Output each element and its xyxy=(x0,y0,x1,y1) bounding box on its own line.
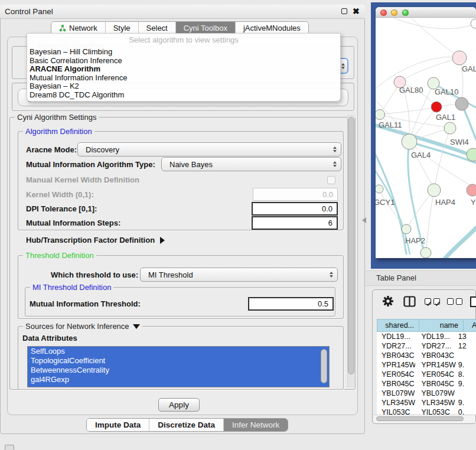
algorithm-option[interactable]: Bayesian – K2 xyxy=(27,82,340,91)
tab-style[interactable]: Style xyxy=(106,22,139,34)
table-cell: YBR043C xyxy=(415,351,455,360)
which-threshold-combo[interactable]: MI Threshold xyxy=(140,268,338,282)
network-edge[interactable] xyxy=(409,142,476,189)
table-row[interactable]: YLR345WYLR345W9. xyxy=(377,398,476,407)
network-node[interactable] xyxy=(428,184,441,197)
network-node[interactable] xyxy=(376,185,383,193)
new-table-icon[interactable] xyxy=(470,296,476,310)
list-scrollbar-thumb[interactable] xyxy=(321,349,327,383)
table-cell: YIL053C xyxy=(377,407,415,415)
table-hscrollbar[interactable] xyxy=(374,415,475,423)
close-window-icon[interactable] xyxy=(380,9,387,16)
aracne-mode-value: Discovery xyxy=(86,145,119,154)
table-row[interactable]: YIL053CYIL053C0. xyxy=(377,407,476,415)
network-node[interactable] xyxy=(467,184,476,196)
network-canvas[interactable]: GALGAL80GAL10GAL1GAL11GAL4SWI4GCY1HAP4YH… xyxy=(376,18,476,258)
data-attributes-list[interactable]: SelfLoopsTopologicalCoefficientBetweenne… xyxy=(27,346,330,387)
network-node[interactable] xyxy=(444,122,456,134)
network-edge[interactable] xyxy=(445,228,476,258)
control-panel-titlebar xyxy=(0,5,365,19)
tab-label: Select xyxy=(146,22,168,34)
table-cell: YDL19... xyxy=(415,332,455,341)
dpi-tolerance-field[interactable]: 0.0 xyxy=(252,202,338,216)
data-attribute-item[interactable]: TopologicalCoefficient xyxy=(28,356,329,366)
table-row[interactable]: YBR043CYBR043C xyxy=(377,351,476,360)
settings-scrollbar-thumb[interactable] xyxy=(348,117,354,374)
network-node-label: HAP2 xyxy=(405,236,425,245)
close-icon[interactable]: ✖ xyxy=(353,6,360,16)
algorithm-option[interactable]: Dream8 DC_TDC Algorithm xyxy=(27,91,340,100)
select-all-columns-icon[interactable] xyxy=(425,298,440,305)
panel-splitter-grip[interactable] xyxy=(362,217,366,223)
table-cell: YDR27... xyxy=(415,341,455,351)
hub-definition-label: Hub/Transcription Factor Definition xyxy=(26,236,155,244)
table-cell: YBL079W xyxy=(377,389,415,398)
data-attributes-label: Data Attributes xyxy=(22,334,77,343)
mi-type-combo[interactable]: Naive Bayes xyxy=(161,157,341,171)
network-edge[interactable] xyxy=(434,128,450,190)
algorithm-option[interactable]: Mutual Information Inference xyxy=(27,74,340,83)
algorithm-option[interactable]: Basic Correlation Inference xyxy=(27,57,340,66)
tab-jactivemnodules[interactable]: jActiveMNodules xyxy=(236,22,308,34)
mi-steps-label: Mutual Information Steps: xyxy=(26,219,120,227)
data-attribute-item[interactable]: BetweennessCentrality xyxy=(28,366,329,375)
gear-icon[interactable] xyxy=(382,295,394,309)
network-node-label: HAP4 xyxy=(435,198,455,207)
aracne-mode-combo[interactable]: Discovery xyxy=(77,142,341,156)
tab-select[interactable]: Select xyxy=(139,22,176,34)
bottom-corner-button[interactable] xyxy=(5,445,14,450)
network-node[interactable] xyxy=(452,51,467,65)
sources-group-title[interactable]: Sources for Network Inference xyxy=(23,322,142,331)
table-row[interactable]: YPR145WYPR145W9. xyxy=(377,360,476,370)
network-node-label: GAL1 xyxy=(436,113,455,122)
table-row[interactable]: YBR045CYBR045C9. xyxy=(377,379,476,389)
table-cell: YIL053C xyxy=(415,407,455,415)
dpi-tolerance-label: DPI Tolerance [0,1]: xyxy=(26,204,97,213)
tab-network[interactable]: Network xyxy=(51,22,106,34)
table-row[interactable]: YDR27...YDR27...12 xyxy=(377,341,476,351)
network-node[interactable] xyxy=(402,224,411,234)
column-header[interactable]: shared... xyxy=(377,319,419,332)
tab-impute-data[interactable]: Impute Data xyxy=(87,419,149,431)
table-row[interactable]: YDL19...YDL19...13 xyxy=(377,332,476,341)
float-panel-icon[interactable] xyxy=(341,8,347,14)
table-row[interactable]: YBL079WYBL079W xyxy=(377,389,476,398)
manual-kernel-checkbox[interactable] xyxy=(327,176,335,184)
network-edge[interactable] xyxy=(426,190,434,253)
apply-button[interactable]: Apply xyxy=(158,398,200,412)
network-node[interactable] xyxy=(402,134,417,149)
mi-threshold-field[interactable]: 0.5 xyxy=(248,297,334,311)
deselect-all-columns-icon[interactable] xyxy=(447,298,462,305)
kernel-width-field[interactable]: 0.0 xyxy=(253,188,338,201)
network-node[interactable] xyxy=(471,19,476,28)
table-cell: YDL19... xyxy=(377,332,415,341)
table-panel-title: Table Panel xyxy=(376,273,416,282)
table-cell: YBR045C xyxy=(377,379,415,389)
network-icon xyxy=(59,24,66,32)
algorithm-option[interactable]: Bayesian – Hill Climbing xyxy=(27,48,340,57)
table-row[interactable]: YER054CYER054C8. xyxy=(377,370,476,379)
algorithm-option[interactable]: ARACNE Algorithm xyxy=(27,65,340,74)
mi-steps-field[interactable]: 6 xyxy=(252,216,338,230)
column-header[interactable]: name xyxy=(419,319,464,332)
hub-definition-toggle[interactable]: Hub/Transcription Factor Definition xyxy=(26,236,165,244)
data-attribute-item[interactable]: SelfLoops xyxy=(28,347,329,356)
tab-label: Network xyxy=(69,22,97,34)
split-columns-icon[interactable] xyxy=(403,296,416,309)
zoom-window-icon[interactable] xyxy=(402,9,409,16)
table-hscrollbar-thumb[interactable] xyxy=(376,416,464,421)
network-node-label: GAL10 xyxy=(435,87,458,96)
network-edge[interactable] xyxy=(393,18,475,29)
network-node[interactable] xyxy=(455,97,468,110)
tab-infer-network[interactable]: Infer Network xyxy=(224,419,288,431)
column-header[interactable]: A xyxy=(464,319,476,332)
network-node[interactable] xyxy=(376,110,385,120)
minimize-window-icon[interactable] xyxy=(391,9,397,16)
network-node[interactable] xyxy=(431,102,442,112)
data-attribute-item[interactable]: gal4RGexp xyxy=(28,375,329,384)
tab-discretize-data[interactable]: Discretize Data xyxy=(149,419,224,431)
tab-cyni-toolbox[interactable]: Cyni Toolbox xyxy=(176,22,236,34)
network-edge[interactable] xyxy=(411,18,459,58)
which-threshold-label: Which threshold to use: xyxy=(51,270,138,279)
network-node[interactable] xyxy=(420,247,431,258)
